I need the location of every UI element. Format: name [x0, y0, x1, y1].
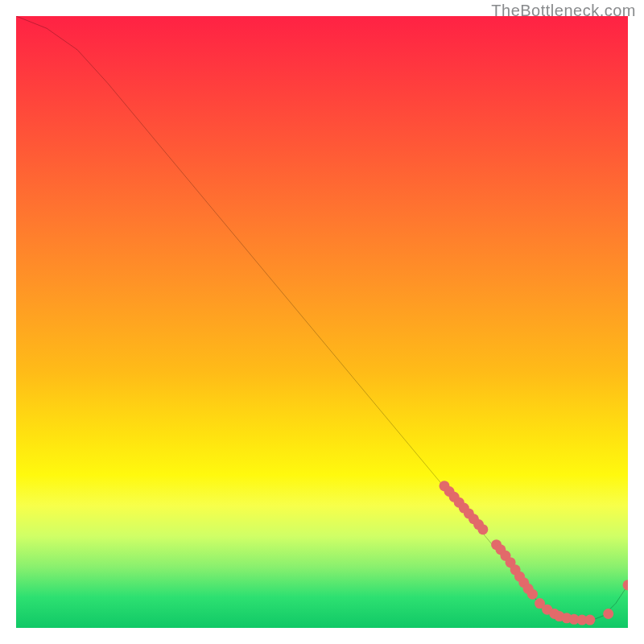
marker-layer: [440, 481, 628, 625]
watermark-label: TheBottleneck.com: [491, 2, 636, 20]
data-point: [584, 615, 595, 625]
data-point: [603, 609, 613, 619]
chart-svg: [16, 16, 628, 628]
bottleneck-curve: [16, 16, 628, 621]
data-point: [623, 580, 628, 590]
data-point: [527, 589, 538, 600]
data-point: [477, 524, 488, 535]
chart-frame: TheBottleneck.com: [0, 0, 644, 644]
